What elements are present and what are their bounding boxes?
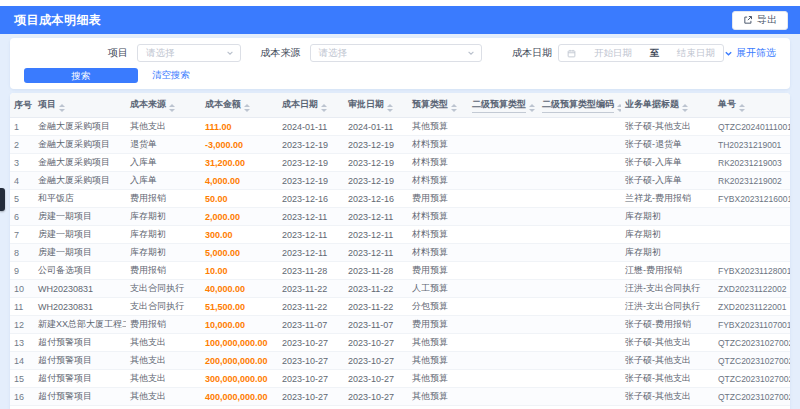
cell-budget_type2 [468, 262, 538, 280]
column-header-budget_type[interactable]: 预算类型 [408, 93, 468, 118]
clear-search-link[interactable]: 清空搜索 [152, 69, 190, 82]
side-drawer-handle[interactable] [0, 188, 5, 211]
cell-budget_type: 材料预算 [408, 136, 468, 154]
table-row: 15超付预警项目其他支出300,000,000.002023-10-272023… [10, 370, 790, 388]
cell-project: 超付预警项目 [34, 370, 126, 388]
cell-budget_type2 [468, 334, 538, 352]
sort-icon[interactable] [169, 104, 175, 112]
sort-icon[interactable] [244, 104, 250, 112]
cell-cost_date: 2023-11-07 [278, 316, 344, 334]
column-label-approve_date: 审批日期 [348, 98, 384, 111]
project-select[interactable]: 请选择 [137, 44, 241, 62]
cell-doc_no: FYBX20231128001 [714, 262, 790, 280]
cell-approve_date: 2023-10-27 [344, 406, 408, 409]
cell-cost_date: 2023-12-19 [278, 172, 344, 190]
table-row: 9公司备选项目费用报销10.002023-11-282023-11-28费用预算… [10, 262, 790, 280]
cell-budget_type2_code [538, 226, 621, 244]
sort-icon[interactable] [682, 104, 688, 112]
sort-icon[interactable] [321, 104, 327, 112]
export-button[interactable]: 导出 [732, 11, 788, 30]
cost-source-select[interactable]: 请选择 [310, 44, 483, 62]
cell-doc_no: TH20231219001 [714, 136, 790, 154]
table-row: 7房建一期项目库存期初300.002023-12-112023-12-11材料预… [10, 226, 790, 244]
cell-budget_type2_code [538, 370, 621, 388]
cell-budget_type2_code [538, 388, 621, 406]
cell-cost_date: 2023-12-16 [278, 190, 344, 208]
cell-doc_no: RK20231219002 [714, 172, 790, 190]
cell-project: 超付预警项目 [34, 352, 126, 370]
cell-source: 支出合同执行 [126, 298, 201, 316]
expand-filter-link[interactable]: 展开筛选 [724, 46, 776, 60]
column-header-doc_no[interactable]: 单号 [714, 93, 790, 118]
cell-amount: 300,000,000.00 [201, 370, 278, 388]
cell-index: 4 [10, 172, 34, 190]
cell-source: 其他支出 [126, 118, 201, 136]
cell-doc_title: 库存期初 [621, 244, 714, 262]
page-title: 项目成本明细表 [14, 12, 102, 29]
sort-icon[interactable] [387, 104, 393, 112]
column-header-amount[interactable]: 成本金额 [201, 93, 278, 118]
column-header-budget_type2[interactable]: 二级预算类型 [468, 93, 538, 118]
sort-icon[interactable] [617, 104, 621, 112]
search-button[interactable]: 搜索 [24, 68, 138, 83]
cost-table: 序号项目成本来源成本金额成本日期审批日期预算类型二级预算类型二级预算类型编码业务… [10, 93, 790, 409]
cell-doc_no [714, 208, 790, 226]
cell-index: 2 [10, 136, 34, 154]
chevron-down-icon [724, 49, 733, 58]
cell-project: WH20230831 [34, 298, 126, 316]
cell-budget_type2 [468, 136, 538, 154]
table-row: 11WH20230831支出合同执行51,500.002023-11-22202… [10, 298, 790, 316]
cell-approve_date: 2023-12-11 [344, 208, 408, 226]
cell-doc_no: QTZC20231027002 [714, 370, 790, 388]
column-header-source[interactable]: 成本来源 [126, 93, 201, 118]
cell-budget_type2 [468, 406, 538, 409]
cell-source: 库存期初 [126, 244, 201, 262]
column-header-doc_title[interactable]: 业务单据标题 [621, 93, 714, 118]
cell-project: 新建XX总部大厦工程二期 [34, 316, 126, 334]
cell-budget_type2_code [538, 136, 621, 154]
cell-amount: 10.00 [201, 262, 278, 280]
cell-budget_type: 费用预算 [408, 262, 468, 280]
expand-filter-label: 展开筛选 [736, 46, 776, 60]
cell-doc_no: ZXD20231122001 [714, 298, 790, 316]
sort-icon[interactable] [529, 104, 535, 112]
cell-budget_type: 其他预算 [408, 370, 468, 388]
date-range-separator: 至 [650, 47, 660, 60]
cell-doc_no: RK20231219003 [714, 154, 790, 172]
cell-doc_title: 张子硕-其他支出 [621, 118, 714, 136]
cell-index: 13 [10, 334, 34, 352]
cell-doc_title: 张子硕-其他支出 [621, 334, 714, 352]
column-header-project[interactable]: 项目 [34, 93, 126, 118]
cell-budget_type2 [468, 190, 538, 208]
cell-cost_date: 2024-01-11 [278, 118, 344, 136]
cell-source: 其他支出 [126, 352, 201, 370]
cell-budget_type2 [468, 118, 538, 136]
cell-source: 退货单 [126, 136, 201, 154]
column-label-cost_date: 成本日期 [282, 98, 318, 111]
sort-icon[interactable] [739, 104, 745, 112]
sort-icon[interactable] [451, 104, 457, 112]
project-filter-label: 项目 [108, 46, 128, 60]
cell-index: 7 [10, 226, 34, 244]
project-select-placeholder: 请选择 [146, 47, 175, 60]
column-header-cost_date[interactable]: 成本日期 [278, 93, 344, 118]
column-header-budget_type2_code[interactable]: 二级预算类型编码 [538, 93, 621, 118]
cell-approve_date: 2023-10-27 [344, 370, 408, 388]
cell-approve_date: 2023-10-27 [344, 388, 408, 406]
cell-amount: 400,000,000.00 [201, 388, 278, 406]
cost-date-range-picker[interactable]: 开始日期 至 结束日期 [558, 44, 724, 62]
cell-budget_type: 材料预算 [408, 226, 468, 244]
cell-budget_type2_code [538, 208, 621, 226]
cell-doc_no: QTZC20240111001 [714, 118, 790, 136]
table-row: 4金融大厦采购项目入库单4,000.002023-12-192023-12-19… [10, 172, 790, 190]
cell-index: 16 [10, 388, 34, 406]
cell-approve_date: 2023-12-19 [344, 154, 408, 172]
cell-project: 房建一期项目 [34, 226, 126, 244]
cell-budget_type: 其他预算 [408, 118, 468, 136]
column-header-approve_date[interactable]: 审批日期 [344, 93, 408, 118]
cell-source: 其他支出 [126, 370, 201, 388]
cell-doc_title: 张子硕-其他支出 [621, 370, 714, 388]
cell-index: 5 [10, 190, 34, 208]
sort-icon[interactable] [59, 104, 65, 112]
column-label-budget_type2: 二级预算类型 [472, 98, 526, 113]
